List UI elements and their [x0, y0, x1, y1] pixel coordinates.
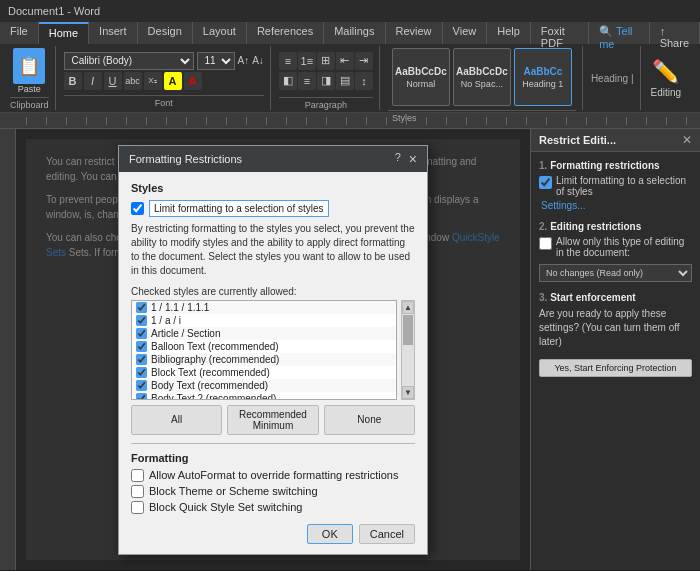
paste-label: Paste — [18, 84, 41, 94]
paste-button[interactable]: 📋 Paste — [13, 48, 45, 94]
align-right-button[interactable]: ◨ — [317, 72, 335, 90]
dialog-info-text: By restricting formatting to the styles … — [131, 222, 415, 278]
formatting-restrictions-dialog: Formatting Restrictions ? × Styles Limit… — [118, 145, 428, 555]
highlight-button[interactable]: A — [164, 72, 182, 90]
limit-formatting-row: Limit formatting to a selection of style… — [131, 200, 415, 217]
section1-checkbox[interactable] — [539, 176, 552, 189]
panel-close-button[interactable]: ✕ — [682, 133, 692, 147]
tab-home[interactable]: Home — [39, 22, 89, 44]
tab-insert[interactable]: Insert — [89, 22, 138, 44]
italic-button[interactable]: I — [84, 72, 102, 90]
paragraph-label: Paragraph — [279, 97, 373, 110]
numbering-button[interactable]: 1≡ — [298, 52, 316, 70]
font-family-select[interactable]: Calibri (Body) — [64, 52, 194, 70]
styles-group: AaBbCcDc Normal AaBbCcDc No Spac... AaBb… — [382, 46, 583, 110]
style-item-1[interactable]: 1 / a / i — [132, 314, 396, 327]
dialog-close-button[interactable]: × — [409, 151, 417, 167]
justify-button[interactable]: ▤ — [336, 72, 354, 90]
style-item-7[interactable]: Body Text 2 (recommended) — [132, 392, 396, 400]
tab-tellme[interactable]: 🔍 Tell me — [589, 22, 649, 44]
strikethrough-button[interactable]: abc — [124, 72, 142, 90]
font-group: Calibri (Body) 11 A↑ A↓ B I U abc X₂ A A — [58, 46, 271, 110]
style-heading1[interactable]: AaBbCc Heading 1 — [514, 48, 572, 106]
styles-listbox[interactable]: 1 / 1.1 / 1.1.1 1 / a / i Article / Sect… — [131, 300, 397, 400]
underline-button[interactable]: U — [104, 72, 122, 90]
style-item-6[interactable]: Body Text (recommended) — [132, 379, 396, 392]
horizontal-ruler — [0, 113, 700, 129]
tab-review[interactable]: Review — [386, 22, 443, 44]
grow-icon[interactable]: A↑ — [238, 55, 250, 66]
style-checkbox-4[interactable] — [136, 354, 147, 365]
enforce-protection-button[interactable]: Yes, Start Enforcing Protection — [539, 359, 692, 377]
block-quickstyle-row: Block Quick Style Set switching — [131, 501, 415, 514]
autoformat-checkbox[interactable] — [131, 469, 144, 482]
style-no-spacing[interactable]: AaBbCcDc No Spac... — [453, 48, 511, 106]
style-normal[interactable]: AaBbCcDc Normal — [392, 48, 450, 106]
ruler-bar — [26, 117, 690, 125]
line-spacing-button[interactable]: ↕ — [355, 72, 373, 90]
ribbon-content: 📋 Paste Clipboard Calibri (Body) 11 A↑ A… — [0, 44, 700, 112]
document-area[interactable]: You can restrict how people edit or form… — [16, 129, 530, 570]
ribbon-tabs: File Home Insert Design Layout Reference… — [0, 22, 700, 44]
tab-references[interactable]: References — [247, 22, 324, 44]
scroll-down-arrow[interactable]: ▼ — [402, 386, 414, 399]
section2-checkbox-row: Allow only this type of editing in the d… — [539, 236, 692, 258]
tab-foxit[interactable]: Foxit PDF — [531, 22, 589, 44]
style-checkbox-2[interactable] — [136, 328, 147, 339]
recommended-button[interactable]: Recommended Minimum — [227, 405, 318, 435]
subscript-button[interactable]: X₂ — [144, 72, 162, 90]
tab-view[interactable]: View — [443, 22, 488, 44]
tab-design[interactable]: Design — [138, 22, 193, 44]
clipboard-group: 📋 Paste Clipboard — [4, 46, 56, 110]
limit-formatting-checkbox[interactable] — [131, 202, 144, 215]
style-item-2[interactable]: Article / Section — [132, 327, 396, 340]
block-quickstyle-checkbox[interactable] — [131, 501, 144, 514]
styles-scrollbar[interactable]: ▲ ▼ — [401, 300, 415, 400]
increase-indent-button[interactable]: ⇥ — [355, 52, 373, 70]
tab-layout[interactable]: Layout — [193, 22, 247, 44]
all-button[interactable]: All — [131, 405, 222, 435]
style-item-4[interactable]: Bibliography (recommended) — [132, 353, 396, 366]
style-checkbox-7[interactable] — [136, 393, 147, 400]
scroll-thumb[interactable] — [403, 315, 413, 345]
align-left-button[interactable]: ◧ — [279, 72, 297, 90]
style-item-5[interactable]: Block Text (recommended) — [132, 366, 396, 379]
ok-button[interactable]: OK — [307, 524, 353, 544]
clipboard-label: Clipboard — [10, 97, 49, 110]
styles-list-section: Checked styles are currently allowed: 1 … — [131, 286, 415, 435]
font-color-button[interactable]: A — [184, 72, 202, 90]
scroll-up-arrow[interactable]: ▲ — [402, 301, 414, 314]
block-theme-checkbox[interactable] — [131, 485, 144, 498]
none-button[interactable]: None — [324, 405, 415, 435]
editing-type-select[interactable]: No changes (Read only) — [539, 264, 692, 282]
align-center-button[interactable]: ≡ — [298, 72, 316, 90]
tab-share[interactable]: ↑ Share — [650, 22, 700, 44]
tab-help[interactable]: Help — [487, 22, 531, 44]
style-item-3[interactable]: Balloon Text (recommended) — [132, 340, 396, 353]
style-item-0[interactable]: 1 / 1.1 / 1.1.1 — [132, 301, 396, 314]
titlebar: Document1 - Word — [0, 0, 700, 22]
tab-file[interactable]: File — [0, 22, 39, 44]
cancel-button[interactable]: Cancel — [359, 524, 415, 544]
font-size-select[interactable]: 11 — [197, 52, 235, 70]
tab-mailings[interactable]: Mailings — [324, 22, 385, 44]
settings-link[interactable]: Settings... — [541, 200, 585, 211]
shrink-icon[interactable]: A↓ — [252, 55, 264, 66]
block-quickstyle-label: Block Quick Style Set switching — [149, 501, 302, 513]
style-checkbox-3[interactable] — [136, 341, 147, 352]
section2-checkbox[interactable] — [539, 237, 552, 250]
style-checkbox-5[interactable] — [136, 367, 147, 378]
limit-formatting-label: Limit formatting to a selection of style… — [149, 200, 329, 217]
dialog-help-button[interactable]: ? — [395, 151, 401, 167]
style-checkbox-6[interactable] — [136, 380, 147, 391]
section3-title: 3. Start enforcement — [539, 292, 692, 303]
decrease-indent-button[interactable]: ⇤ — [336, 52, 354, 70]
section1-checkbox-row: Limit formatting to a selection of style… — [539, 175, 692, 197]
bold-button[interactable]: B — [64, 72, 82, 90]
style-checkbox-1[interactable] — [136, 315, 147, 326]
section1-title: 1. Formatting restrictions — [539, 160, 692, 171]
style-checkbox-0[interactable] — [136, 302, 147, 313]
vertical-ruler — [0, 129, 16, 570]
multilevel-button[interactable]: ⊞ — [317, 52, 335, 70]
bullets-button[interactable]: ≡ — [279, 52, 297, 70]
